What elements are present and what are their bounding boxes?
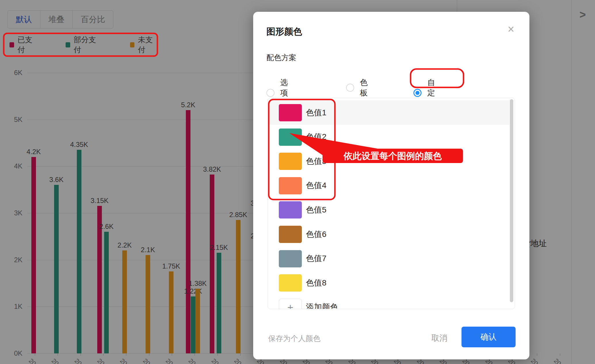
plus-icon: + <box>279 299 302 309</box>
graphic-color-dialog: 图形颜色 × 配色方案 选项色 色板 自定义 色值1色值2色值3色值4色值5色值… <box>253 12 529 359</box>
color-row[interactable]: 色值2 <box>268 125 510 149</box>
color-value-label: 色值2 <box>306 125 327 149</box>
color-swatch <box>279 274 302 292</box>
color-row[interactable]: 色值7 <box>268 246 510 271</box>
color-swatch <box>279 104 302 121</box>
color-value-label: 色值8 <box>306 271 327 295</box>
color-row[interactable]: 色值8 <box>268 271 510 295</box>
color-value-label: 色值7 <box>306 246 327 271</box>
color-row[interactable]: 色值3 <box>268 149 510 173</box>
color-swatch <box>279 201 302 219</box>
save-personal-colors-link[interactable]: 保存为个人颜色 <box>268 334 321 344</box>
confirm-button[interactable]: 确认 <box>461 327 516 347</box>
color-row[interactable]: 色值6 <box>268 222 510 246</box>
color-row[interactable]: 色值1 <box>268 100 510 125</box>
color-value-label: 色值5 <box>306 198 327 222</box>
color-swatch <box>279 177 302 194</box>
color-swatch <box>279 153 302 170</box>
dialog-title: 图形颜色 <box>266 26 302 38</box>
color-scheme-label: 配色方案 <box>266 53 296 63</box>
radio-label: 色板 <box>360 77 368 98</box>
color-value-label: 色值6 <box>306 222 327 246</box>
custom-color-list: 色值1色值2色值3色值4色值5色值6色值7色值8+添加颜色 <box>268 98 515 309</box>
color-swatch <box>279 226 302 243</box>
color-value-label: 色值1 <box>306 100 327 125</box>
color-swatch <box>279 129 302 146</box>
color-swatch <box>279 250 302 267</box>
radio-palette[interactable]: 色板 <box>346 77 368 98</box>
cancel-button[interactable]: 取消 <box>424 329 455 347</box>
color-row[interactable]: 色值5 <box>268 198 510 222</box>
radio-circle <box>266 89 274 97</box>
color-value-label: 色值3 <box>306 149 327 173</box>
add-color-row[interactable]: +添加颜色 <box>268 295 510 309</box>
add-color-label: 添加颜色 <box>306 295 338 309</box>
close-icon[interactable]: × <box>505 23 517 35</box>
screen: 默认 堆叠 百分比 已支付 部分支付 未支付 6K5K4K3K2K1K0K4.2… <box>0 0 595 364</box>
color-row[interactable]: 色值4 <box>268 173 510 198</box>
color-list-scrollbar[interactable] <box>510 99 513 302</box>
radio-circle <box>346 84 354 92</box>
color-value-label: 色值4 <box>306 173 327 198</box>
radio-circle <box>413 89 422 97</box>
